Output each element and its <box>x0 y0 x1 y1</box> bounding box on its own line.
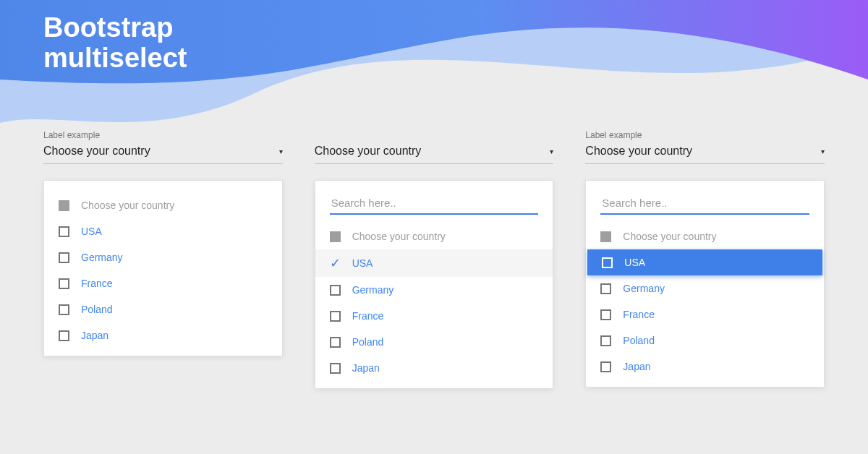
option-label: Choose your country <box>623 231 716 242</box>
option-france[interactable]: France <box>315 303 553 329</box>
checkbox-icon <box>600 335 611 346</box>
option-poland[interactable]: Poland <box>44 296 282 322</box>
dropdown-panel: Choose your country USA Germany France P… <box>585 180 825 387</box>
multiselect-basic: Label example Choose your country ▾ Choo… <box>43 130 283 389</box>
option-label: France <box>352 310 384 322</box>
option-japan[interactable]: Japan <box>44 322 282 348</box>
chevron-down-icon: ▾ <box>821 147 825 155</box>
checkbox-icon <box>59 304 69 315</box>
option-japan[interactable]: Japan <box>315 355 553 381</box>
option-label: Germany <box>623 283 665 294</box>
checkbox-icon <box>59 278 69 289</box>
checkbox-icon <box>59 200 69 211</box>
option-label: Choose your country <box>81 200 174 211</box>
checkbox-icon <box>600 361 611 372</box>
checkbox-icon <box>600 283 611 294</box>
checkbox-icon <box>330 363 341 374</box>
select-trigger[interactable]: Choose your country ▾ <box>315 145 554 164</box>
label-example: Label example <box>585 130 825 140</box>
checkbox-icon <box>330 231 341 242</box>
chevron-down-icon: ▾ <box>550 147 553 155</box>
select-placeholder: Choose your country <box>585 145 692 158</box>
select-trigger[interactable]: Choose your country ▾ <box>585 145 825 164</box>
label-example: Label example <box>43 130 283 140</box>
option-label: Japan <box>352 362 380 374</box>
checkbox-icon <box>330 337 341 348</box>
option-label: USA <box>352 257 373 269</box>
checkbox-icon <box>59 330 69 341</box>
option-label: Germany <box>81 252 123 263</box>
option-label: Choose your country <box>352 231 446 242</box>
option-label: Poland <box>81 304 113 315</box>
option-label: USA <box>81 226 102 237</box>
option-poland[interactable]: Poland <box>586 327 824 354</box>
option-label: Japan <box>623 361 650 372</box>
option-label: France <box>81 278 113 289</box>
select-placeholder: Choose your country <box>43 145 150 158</box>
option-germany[interactable]: Germany <box>586 275 824 301</box>
dropdown-panel: Choose your country USA Germany France P… <box>43 180 283 356</box>
option-label: Poland <box>352 336 384 348</box>
checkbox-icon <box>600 309 611 320</box>
select-trigger[interactable]: Choose your country ▾ <box>43 145 283 164</box>
checkbox-icon <box>602 257 613 268</box>
select-placeholder: Choose your country <box>315 145 422 158</box>
option-france[interactable]: France <box>586 301 824 327</box>
option-label: Poland <box>623 335 655 346</box>
option-japan[interactable]: Japan <box>586 354 824 380</box>
option-label: Japan <box>81 330 109 341</box>
option-usa[interactable]: USA <box>587 249 822 275</box>
option-label: Germany <box>352 284 394 296</box>
dropdown-panel: Choose your country ✓ USA Germany France… <box>315 180 554 389</box>
multiselect-search-check: . Choose your country ▾ Choose your coun… <box>315 130 554 389</box>
multiselect-search-highlight: Label example Choose your country ▾ Choo… <box>585 130 825 389</box>
checkbox-icon <box>600 231 611 242</box>
option-label: USA <box>624 257 645 268</box>
option-france[interactable]: France <box>44 270 282 296</box>
option-germany[interactable]: Germany <box>315 277 553 303</box>
option-usa[interactable]: USA <box>44 218 282 244</box>
option-placeholder: Choose your country <box>44 192 282 218</box>
checkbox-icon <box>330 285 341 296</box>
chevron-down-icon: ▾ <box>279 147 283 155</box>
option-germany[interactable]: Germany <box>44 244 282 270</box>
search-input[interactable] <box>330 192 539 215</box>
option-poland[interactable]: Poland <box>315 329 553 355</box>
option-placeholder: Choose your country <box>315 223 553 249</box>
check-icon: ✓ <box>330 257 341 270</box>
option-usa[interactable]: ✓ USA <box>315 249 553 277</box>
checkbox-icon <box>59 252 69 263</box>
page-title: Bootstrap multiselect <box>43 13 187 74</box>
checkbox-icon <box>59 226 69 237</box>
search-input[interactable] <box>600 192 809 215</box>
option-placeholder: Choose your country <box>586 223 824 249</box>
option-label: France <box>623 309 655 320</box>
checkbox-icon <box>330 311 341 322</box>
